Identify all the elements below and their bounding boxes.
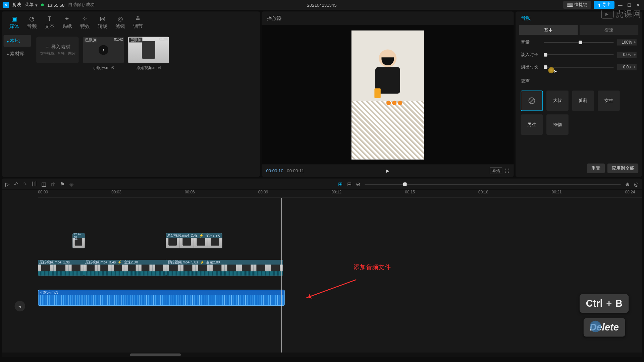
- category-tabs: ▣媒体 ◔音频 T文本 ✦贴纸 ✧特效 ⋈转场 ◎滤镜 ≛调节: [2, 11, 260, 33]
- timeline-scrollbar[interactable]: [2, 353, 642, 357]
- marker-icon[interactable]: ◈: [69, 181, 73, 187]
- import-button[interactable]: ＋ 导入素材 支持视频、音频、图片: [36, 37, 79, 63]
- player-title: 播放器: [262, 11, 514, 25]
- media-clip-video[interactable]: 已添加 01:06 原始视频.mp4: [128, 37, 169, 70]
- media-panel: ▣媒体 ◔音频 T文本 ✦贴纸 ✧特效 ⋈转场 ◎滤镜 ≛调节 本地 素材库 ＋…: [2, 11, 260, 177]
- status-dot: [41, 4, 44, 6]
- media-grid: ＋ 导入素材 支持视频、音频、图片 已添加 01:42 ♪ 小欢乐.mp3 已添…: [33, 33, 260, 177]
- fadein-slider[interactable]: [544, 54, 613, 55]
- annotation-arrow: [306, 279, 357, 298]
- select-tool-icon[interactable]: ▷: [5, 181, 9, 187]
- props-tab-speed[interactable]: 变速: [580, 25, 638, 35]
- tab-filter[interactable]: ◎滤镜: [111, 13, 129, 32]
- voice-girl[interactable]: 女生: [598, 90, 620, 111]
- music-icon: ♪: [99, 45, 108, 55]
- maximize-icon[interactable]: ☐: [626, 2, 632, 8]
- properties-panel: 音频 基本 变速 音量 100% 淡入时长 0.0s 淡出时长 0.0s 变声: [516, 11, 642, 177]
- undo-icon[interactable]: ↶: [14, 181, 18, 187]
- link-icon[interactable]: ⊟: [347, 181, 352, 187]
- timeline-panel: ▷ ↶ ↷ 〣 ◫ 🗑 ⚑ ◈ ⊞ ⊟ ⊖ ⊕ ◎ 00:00 00:03 00…: [2, 178, 642, 357]
- shortcut-button[interactable]: ⌨ 快捷键: [563, 1, 591, 9]
- player-panel: 播放器 00:00:10 00:00:11 ▶ 原始 ⛶: [262, 11, 514, 177]
- autosave-status: 自助保存成功: [68, 2, 95, 8]
- app-name: 剪映: [12, 2, 21, 8]
- timecode-current: 00:00:10: [266, 168, 283, 173]
- sidebar-local[interactable]: 本地: [4, 35, 31, 47]
- main-clip-1[interactable]: 原始视频.mp41.9s: [38, 260, 84, 276]
- main-clip-3[interactable]: 原始视频.mp45.0s⚡变速2.0X: [166, 260, 283, 276]
- tab-sticker[interactable]: ✦贴纸: [58, 13, 76, 32]
- media-clip-audio[interactable]: 已添加 01:42 ♪ 小欢乐.mp3: [83, 37, 124, 70]
- fadein-label: 淡入时长: [521, 52, 540, 58]
- main-clip-2[interactable]: 原始视频.mp43.4s⚡变速2.0X: [84, 260, 166, 276]
- zoom-in-icon[interactable]: ⊕: [625, 181, 630, 187]
- tab-adjust[interactable]: ≛调节: [129, 13, 147, 32]
- fadeout-value[interactable]: 0.0s: [617, 64, 637, 70]
- zoom-fit-icon[interactable]: ◎: [634, 181, 638, 187]
- app-logo: ✕: [3, 2, 9, 8]
- audio-clip[interactable]: 小欢乐.mp3: [38, 290, 284, 306]
- preview-canvas[interactable]: [262, 25, 514, 164]
- fadeout-label: 淡出时长: [521, 64, 540, 70]
- delete-icon[interactable]: 🗑: [50, 181, 56, 187]
- volume-label: 音量: [521, 39, 540, 45]
- redo-icon[interactable]: ↷: [22, 181, 27, 187]
- svg-line-1: [530, 99, 534, 103]
- tab-effects[interactable]: ✧特效: [76, 13, 94, 32]
- apply-all-button[interactable]: 应用到全部: [607, 164, 638, 173]
- title-bar: ✕ 剪映 菜单▾ 13:55:58 自助保存成功 202104231345 ⌨ …: [0, 0, 644, 10]
- fadeout-slider[interactable]: [544, 67, 613, 68]
- crop-icon[interactable]: ◫: [41, 181, 46, 187]
- sidebar-library[interactable]: 素材库: [4, 48, 31, 60]
- video-frame: [352, 30, 424, 159]
- close-icon[interactable]: ✕: [635, 2, 641, 8]
- fullscreen-icon[interactable]: ⛶: [505, 168, 509, 173]
- annotation-text: 添加音频文件: [354, 263, 391, 272]
- volume-value[interactable]: 100%: [617, 39, 637, 45]
- time-ruler[interactable]: 00:00 00:03 00:06 00:09 00:12 00:15 00:1…: [38, 190, 642, 198]
- project-title: 202104231345: [307, 2, 337, 7]
- fadein-value[interactable]: 0.0s: [617, 52, 637, 58]
- volume-slider[interactable]: [544, 42, 613, 43]
- upper-clip-1[interactable]: 原始视: [72, 233, 85, 248]
- track-toggle-button[interactable]: ◂: [14, 301, 25, 312]
- voice-uncle[interactable]: 大叔: [546, 90, 569, 111]
- props-tab-basic[interactable]: 基本: [519, 25, 578, 35]
- flag-icon[interactable]: ⚑: [60, 181, 65, 187]
- timecode-total: 00:00:11: [287, 168, 304, 173]
- voice-monster[interactable]: 怪物: [546, 114, 569, 135]
- tab-media[interactable]: ▣媒体: [5, 13, 23, 32]
- zoom-out-icon[interactable]: ⊖: [356, 181, 360, 187]
- voice-none[interactable]: [521, 90, 543, 111]
- play-button[interactable]: ▶: [386, 168, 390, 173]
- zoom-slider[interactable]: [365, 184, 621, 185]
- snap-icon[interactable]: ⊞: [338, 181, 342, 187]
- split-icon[interactable]: 〣: [32, 180, 37, 188]
- clock: 13:55:58: [47, 2, 64, 7]
- voice-boy[interactable]: 男生: [521, 114, 543, 135]
- voice-section-label: 变声: [521, 78, 637, 84]
- voice-loli[interactable]: 萝莉: [572, 90, 594, 111]
- track-area[interactable]: 原始视 原始视频.mp42.4s⚡变速2.9X 原始视频.mp41.9s 原始视…: [38, 198, 642, 352]
- ratio-button[interactable]: 原始: [490, 167, 502, 174]
- tab-text[interactable]: T文本: [41, 13, 58, 32]
- media-sidebar: 本地 素材库: [2, 33, 33, 177]
- reset-button[interactable]: 重置: [587, 164, 605, 173]
- tab-audio[interactable]: ◔音频: [23, 13, 41, 32]
- playhead[interactable]: [281, 198, 281, 352]
- upper-clip-2[interactable]: 原始视频.mp42.4s⚡变速2.9X: [166, 233, 222, 248]
- tab-transition[interactable]: ⋈转场: [94, 13, 111, 32]
- export-button[interactable]: ⬆ 导出: [594, 1, 614, 9]
- menu-dropdown[interactable]: 菜单▾: [25, 2, 38, 8]
- minimize-icon[interactable]: —: [617, 2, 623, 8]
- props-title: 音频: [516, 11, 642, 25]
- keyboard-hint: Ctrl+B Delete: [580, 294, 629, 337]
